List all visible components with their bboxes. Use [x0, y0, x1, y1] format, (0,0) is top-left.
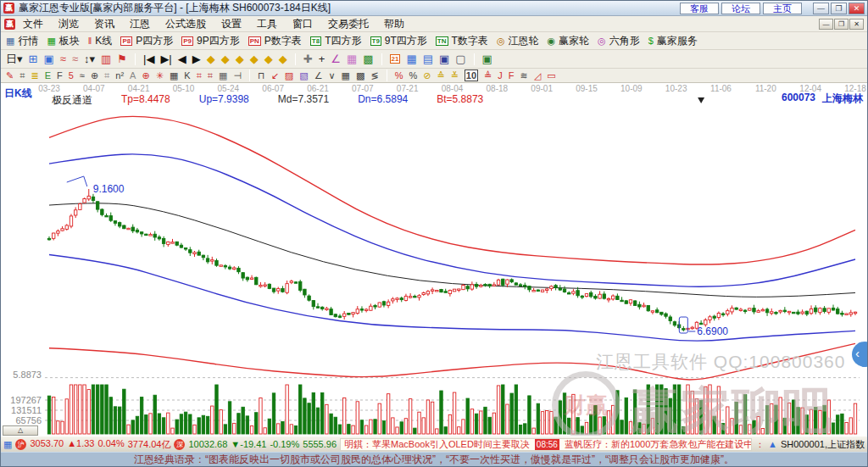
speed-line-icon[interactable]: ◿	[534, 70, 541, 81]
titlebar-link-主页[interactable]: 主页	[763, 3, 802, 14]
gann-diamond-icon[interactable]: ◆	[264, 53, 273, 65]
menu-设置[interactable]: 设置	[214, 17, 249, 31]
module-t-square[interactable]: T8T四方形	[310, 34, 362, 48]
sh-index-icon[interactable]: 沪	[15, 439, 26, 450]
hatch2-icon[interactable]: ▧	[299, 70, 308, 81]
menu-浏览[interactable]: 浏览	[51, 17, 86, 31]
pencil-icon[interactable]: ✎	[6, 70, 14, 81]
module-sectors[interactable]: ▦板块	[47, 34, 79, 48]
panel-icon[interactable]: ▣	[43, 53, 53, 65]
calendar-icon[interactable]: 21	[390, 54, 401, 64]
menu-交易委托[interactable]: 交易委托	[320, 17, 376, 31]
pane-tab-daily-kline[interactable]: 日K线	[4, 86, 32, 101]
percent-red-icon[interactable]: %	[395, 70, 403, 81]
module-p-square[interactable]: P8P四方形	[120, 34, 173, 48]
grid5-icon[interactable]: ▩	[356, 70, 364, 81]
menu-公式选股[interactable]: 公式选股	[158, 17, 214, 31]
wave2-icon[interactable]: ≈	[72, 53, 78, 65]
zigzag-icon[interactable]: ≶	[370, 70, 378, 81]
module-kline[interactable]: ‖K线	[88, 34, 113, 48]
monitor-icon[interactable]: ▢	[455, 53, 465, 65]
volume-expand-button[interactable]: △	[3, 425, 38, 436]
menu-工具[interactable]: 工具	[249, 17, 285, 31]
news-ticker[interactable]: 明錤：苹果MacBook引入OLED时间主要取决08:56蓝帆医疗：新的1000…	[340, 438, 752, 451]
grid4-icon[interactable]: ▦	[342, 70, 350, 81]
next-bar-icon[interactable]: ▶	[192, 53, 201, 65]
child-restore-button[interactable]: ❐	[834, 19, 849, 30]
gold-circle-icon[interactable]: ⊘	[423, 70, 431, 81]
menu-文件[interactable]: 文件	[15, 17, 51, 31]
bracket-icon[interactable]: ⊓	[258, 70, 265, 81]
notes-icon[interactable]: ▤	[423, 53, 433, 65]
module-winner-wheel[interactable]: ◉赢家轮	[547, 34, 589, 48]
child-close-button[interactable]: ✕	[849, 19, 864, 30]
five-line-icon[interactable]: 5	[69, 70, 74, 81]
menu-资讯[interactable]: 资讯	[86, 17, 122, 31]
first-bar-icon[interactable]: |◀	[143, 53, 154, 65]
news-item[interactable]: 蓝帆医疗：新的1000万套急救包产能在建设中 预计	[565, 438, 752, 451]
gold-level2-icon[interactable]: ≚	[451, 70, 459, 81]
module-gann-wheel[interactable]: ◎江恩轮	[497, 34, 539, 48]
tick-icon[interactable]: ⊣	[233, 70, 242, 81]
save-icon[interactable]: ▣	[439, 53, 449, 65]
module-9p-square[interactable]: P99P四方形	[181, 34, 239, 48]
kline-style-icon[interactable]: ▥	[101, 53, 111, 65]
curve-icon[interactable]: ≈	[80, 70, 85, 81]
restore-button[interactable]: ❐	[831, 3, 847, 14]
rays-icon[interactable]: ↙	[271, 70, 279, 81]
remote-pc-icon[interactable]: ▣	[482, 53, 492, 65]
keyboard-wizard-icon[interactable]: ▦	[3, 439, 12, 450]
hand-tool-icon[interactable]: ✚	[303, 53, 313, 65]
module-9t-square[interactable]: T99T四方形	[370, 34, 427, 48]
last-bar-icon[interactable]: ▶|	[160, 53, 171, 65]
gann-diamond-icon[interactable]: ◆	[207, 53, 215, 65]
titlebar-link-论坛[interactable]: 论坛	[721, 3, 760, 14]
protractor-icon[interactable]: ∠	[331, 53, 341, 65]
grid-line-icon[interactable]: ⌗	[19, 70, 25, 81]
rect-tool-icon[interactable]: ▭	[547, 70, 555, 81]
f-angle-icon[interactable]: F	[509, 70, 515, 81]
grid3-icon[interactable]: ▦	[219, 70, 227, 81]
text-tool-icon[interactable]: A	[130, 70, 136, 81]
child-minimize-button[interactable]: —	[819, 19, 833, 30]
module-t-table[interactable]: TNT数字表	[436, 34, 488, 48]
calculator-icon[interactable]: ▦	[406, 53, 416, 65]
prev-bar-icon[interactable]: ◀	[178, 53, 186, 65]
e-line-icon[interactable]: E	[45, 70, 51, 81]
vee-icon[interactable]: ∨	[329, 70, 336, 81]
module-p-table[interactable]: PNP数字表	[248, 34, 302, 48]
sz-index-quote[interactable]: 10032.68 ▼-19.41 -0.19% 5555.96	[188, 439, 337, 449]
k-mark-icon[interactable]: K	[184, 70, 190, 81]
red-grid2-icon[interactable]: ⌗	[208, 70, 213, 81]
fan-icon[interactable]: ✳	[156, 70, 164, 81]
close-button[interactable]: ✕	[849, 3, 865, 14]
angle-icon[interactable]: ∠	[314, 70, 323, 81]
news-item[interactable]: 明錤：苹果MacBook引入OLED时间主要取决	[344, 438, 530, 451]
gann-diamond-icon[interactable]: ◆	[279, 53, 287, 65]
menu-窗口[interactable]: 窗口	[285, 17, 320, 31]
menu-江恩[interactable]: 江恩	[122, 17, 158, 31]
f-line-icon[interactable]: F	[57, 70, 63, 81]
gann-diamond-icon[interactable]: ◆	[250, 53, 259, 65]
ten-icon[interactable]: 10	[465, 69, 478, 81]
wave-icon[interactable]: ≈	[60, 53, 66, 65]
red-grid-icon[interactable]: ⌗	[197, 70, 202, 81]
module-hexagon[interactable]: ◎六角形	[598, 34, 640, 48]
crosshair-icon[interactable]: +	[319, 53, 326, 65]
gann-diamond-icon[interactable]: ◆	[236, 53, 244, 65]
period-selector-icon[interactable]: 日▾	[6, 53, 23, 65]
multi-wave-icon[interactable]: ≋	[520, 70, 528, 81]
green-grid-icon[interactable]: ▩	[363, 53, 373, 65]
sz-index-icon[interactable]: 深	[174, 439, 185, 450]
gold-level-icon[interactable]: ≙	[437, 70, 444, 81]
red-circle-icon[interactable]: ⊕	[142, 70, 149, 81]
percent-icon[interactable]: %	[409, 70, 417, 81]
flag-icon[interactable]: ⚑	[117, 53, 127, 65]
layout-icon[interactable]: ⊞	[29, 53, 38, 65]
titlebar-link-客服[interactable]: 客服	[680, 3, 719, 14]
level-lines-icon[interactable]: ≣	[31, 70, 38, 81]
current-quote-box[interactable]: ▲ SH000001,上证指数	[768, 438, 865, 451]
gann-diamond-icon[interactable]: ◆	[221, 53, 230, 65]
pink-grid-icon[interactable]: ▦	[347, 53, 357, 65]
square-number-icon[interactable]: n²	[115, 70, 124, 81]
